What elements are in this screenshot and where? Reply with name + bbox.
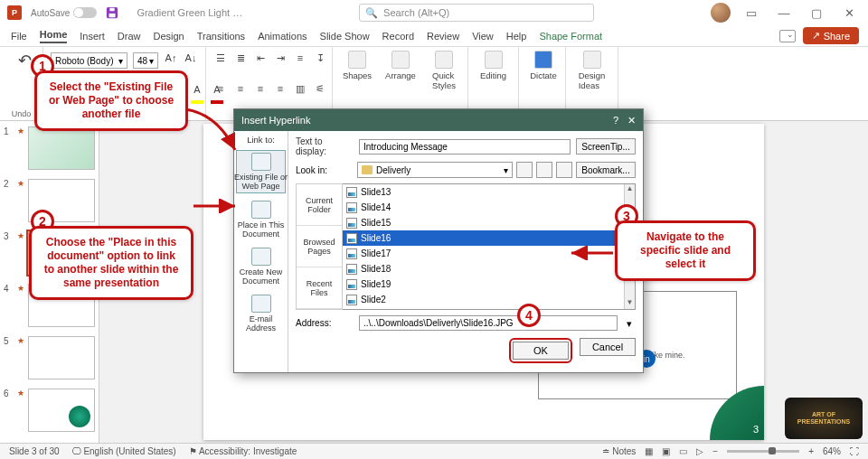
language-indicator[interactable]: 🖵 English (United States) (72, 446, 176, 456)
screentip-button[interactable]: ScreenTip... (576, 138, 636, 155)
slide-thumb-6[interactable] (28, 389, 95, 432)
align-center-icon[interactable]: ≡ (233, 83, 248, 98)
tab-insert[interactable]: Insert (80, 31, 105, 42)
align-left-icon[interactable]: ≡ (213, 83, 228, 98)
slide-thumb-5[interactable] (28, 336, 95, 379)
share-icon: ↗ (812, 30, 820, 42)
ok-button[interactable]: OK (513, 342, 569, 360)
tab-slideshow[interactable]: Slide Show (320, 31, 370, 42)
tab-design[interactable]: Design (153, 31, 184, 42)
shapes-button[interactable]: Shapes (340, 51, 374, 90)
cancel-button[interactable]: Cancel (580, 338, 636, 356)
linkto-place-in-document[interactable]: Place in This Document (236, 199, 286, 240)
linkto-email[interactable]: E-mail Address (236, 293, 286, 334)
folder-icon (362, 165, 373, 174)
file-item[interactable]: Slide13 (343, 184, 635, 200)
file-item[interactable]: Slide15 (343, 215, 635, 230)
accessibility-indicator[interactable]: ⚑ Accessibility: Investigate (189, 446, 297, 456)
minimize-button[interactable]: — (772, 6, 796, 20)
columns-icon[interactable]: ▥ (293, 83, 307, 98)
autosave-toggle[interactable]: AutoSave (31, 7, 97, 18)
zoom-level[interactable]: 64% (823, 446, 841, 456)
ribbon-options-icon[interactable]: ▭ (740, 6, 763, 20)
line-spacing-icon[interactable]: ≡ (293, 52, 307, 67)
slide-thumb-1[interactable] (28, 126, 95, 170)
bookmark-button[interactable]: Bookmark... (576, 162, 636, 178)
quick-styles-button[interactable]: Quick Styles (427, 51, 461, 90)
zoom-in-button[interactable]: + (808, 446, 814, 456)
dialog-help-button[interactable]: ? (613, 115, 618, 126)
arrange-button[interactable]: Arrange (383, 51, 418, 90)
file-list[interactable]: Slide13Slide14Slide15Slide16Slide17Slide… (343, 183, 636, 310)
tab-record[interactable]: Record (382, 31, 414, 42)
justify-icon[interactable]: ≡ (273, 83, 288, 98)
zoom-out-button[interactable]: − (712, 446, 718, 456)
file-item[interactable]: Slide14 (343, 200, 635, 215)
bullets-icon[interactable]: ☰ (213, 52, 228, 67)
smartart-icon[interactable]: ⚟ (313, 83, 327, 98)
fit-window-icon[interactable]: ⛶ (850, 446, 859, 456)
search-input[interactable]: 🔍 Search (Alt+Q) (359, 4, 594, 22)
tab-shape-format[interactable]: Shape Format (539, 31, 602, 42)
font-name-select[interactable]: Roboto (Body)▾ (51, 52, 127, 69)
file-item[interactable]: Slide18 (343, 261, 635, 276)
reading-view-icon[interactable]: ▭ (679, 446, 687, 456)
grow-font-icon[interactable]: A↑ (164, 52, 178, 67)
tab-animations[interactable]: Animations (258, 31, 307, 42)
tab-transitions[interactable]: Transitions (197, 31, 245, 42)
editing-button[interactable]: Editing (476, 51, 511, 80)
font-size-select[interactable]: 48▾ (133, 52, 158, 69)
indent-inc-icon[interactable]: ⇥ (273, 52, 288, 67)
tab-view[interactable]: View (472, 31, 494, 42)
tab-home[interactable]: Home (40, 29, 68, 43)
highlight-button[interactable]: A (190, 84, 204, 98)
shrink-font-icon[interactable]: A↓ (184, 52, 198, 67)
numbering-icon[interactable]: ≣ (233, 52, 248, 67)
maximize-button[interactable]: ▢ (805, 6, 828, 20)
file-item[interactable]: Slide2 (343, 292, 635, 307)
text-direction-icon[interactable]: ↧ (313, 52, 327, 67)
dialog-titlebar[interactable]: Insert Hyperlink ? ✕ (234, 109, 643, 131)
scroll-down-icon[interactable]: ▼ (625, 298, 635, 309)
tab-review[interactable]: Review (427, 31, 459, 42)
close-window-button[interactable]: ✕ (837, 6, 861, 20)
browse-web-button[interactable] (536, 162, 552, 178)
collapse-ribbon-icon[interactable] (779, 30, 796, 42)
save-icon[interactable] (106, 6, 118, 19)
dictate-button[interactable]: Dictate (526, 51, 561, 80)
indent-dec-icon[interactable]: ⇤ (253, 52, 268, 67)
user-avatar[interactable] (711, 3, 731, 23)
sorter-view-icon[interactable]: ▣ (662, 446, 670, 456)
file-item[interactable]: Slide20 (343, 307, 635, 310)
design-ideas-button[interactable]: Design Ideas (573, 51, 610, 90)
filter-browsed-pages[interactable]: Browsed Pages (297, 226, 342, 267)
address-dropdown-icon[interactable]: ▾ (623, 318, 636, 329)
scroll-up-icon[interactable]: ▲ (625, 184, 635, 195)
toggle-off-icon[interactable] (73, 7, 97, 18)
up-folder-button[interactable] (516, 162, 533, 178)
normal-view-icon[interactable]: ▦ (645, 446, 653, 456)
browse-file-button[interactable] (556, 162, 572, 178)
notes-button[interactable]: ≐ Notes (602, 446, 636, 456)
file-item[interactable]: Slide17 (343, 246, 635, 261)
filter-recent-files[interactable]: Recent Files (297, 267, 342, 309)
linkto-create-new[interactable]: Create New Document (236, 246, 286, 287)
slide-counter: Slide 3 of 30 (9, 446, 60, 456)
align-right-icon[interactable]: ≡ (253, 83, 268, 98)
annotation-number-4: 4 (517, 304, 541, 327)
dialog-close-button[interactable]: ✕ (627, 115, 636, 126)
file-item[interactable]: Slide19 (343, 276, 635, 292)
tab-draw[interactable]: Draw (118, 31, 141, 42)
tab-file[interactable]: File (11, 31, 27, 42)
file-item[interactable]: Slide16 (343, 230, 635, 246)
filter-current-folder[interactable]: Current Folder (297, 184, 342, 226)
zoom-slider[interactable] (727, 450, 799, 453)
text-to-display-input[interactable] (359, 139, 571, 155)
linkto-existing-file[interactable]: Existing File or Web Page (236, 150, 286, 193)
address-input[interactable] (359, 315, 618, 331)
look-in-select[interactable]: Deliverly ▾ (357, 162, 513, 178)
share-button[interactable]: ↗Share (803, 27, 859, 44)
slideshow-view-icon[interactable]: ▷ (696, 446, 703, 456)
tab-help[interactable]: Help (506, 31, 527, 42)
look-in-label: Look in: (296, 165, 354, 175)
